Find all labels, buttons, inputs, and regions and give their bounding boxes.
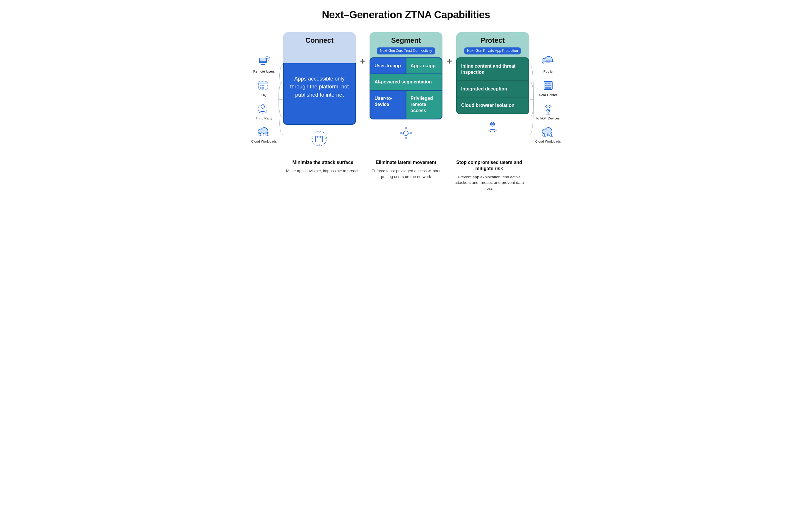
protect-box: Inline content and threat inspection Int… xyxy=(456,57,529,114)
bottom-segment-col: Eliminate lateral movement Enforce least… xyxy=(366,160,446,191)
connect-header: Connect xyxy=(283,32,356,63)
connect-title: Connect xyxy=(286,36,353,44)
iot-icon xyxy=(542,102,555,115)
remote-users-label: Remote Users xyxy=(253,70,275,74)
connect-column: Connect Apps accessible only through the… xyxy=(283,32,356,151)
right-connector-lines xyxy=(529,56,535,144)
svg-rect-43 xyxy=(545,87,551,89)
public-cloud-icon: Public Cloud xyxy=(542,56,555,69)
left-connector xyxy=(277,32,283,144)
svg-text:Datacenter: Datacenter xyxy=(546,83,551,84)
svg-rect-42 xyxy=(545,85,551,86)
third-party-label: Third Party xyxy=(256,117,272,121)
protect-column: Protect Next-Gen Private App Protection … xyxy=(456,32,529,140)
icon-third-party: Third Party xyxy=(256,102,272,121)
segment-box: User-to-app App-to-app AI-powered segmen… xyxy=(369,57,443,119)
icon-public: Public Cloud Public xyxy=(542,56,555,74)
page-title: Next–Generation ZTNA Capabilities xyxy=(251,9,561,20)
svg-point-26 xyxy=(325,138,326,139)
icon-cloud-workloads-left: Cloud Workloads xyxy=(251,126,277,144)
pro-cloud-browser: Cloud browser isolation xyxy=(457,98,528,113)
segment-subtitle: Next-Gen Zero Trust Connectivity xyxy=(377,47,435,55)
segment-bottom-area xyxy=(369,122,443,146)
bottom-connect-col: Minimize the attack surface Make apps in… xyxy=(283,160,363,191)
public-label: Public xyxy=(543,70,553,74)
left-icon-column: Remote Users HQ Third xyxy=(251,32,277,144)
segment-bottom-icon xyxy=(398,125,414,143)
svg-point-30 xyxy=(405,127,407,129)
svg-point-25 xyxy=(312,138,313,139)
icon-remote-users: Remote Users xyxy=(253,56,275,74)
plus-sign-2: + xyxy=(446,56,453,67)
bottom-connect-desc: Make apps invisible, impossible to breac… xyxy=(286,168,360,174)
datacenter-icon: Datacenter xyxy=(542,79,555,92)
pro-row-1: Inline content and threat inspection xyxy=(457,58,528,80)
left-connector-lines xyxy=(277,56,283,144)
bottom-protect-heading: Stop compromised users and mitigate risk xyxy=(452,160,526,172)
svg-point-5 xyxy=(267,58,269,59)
cloud-workloads-left-icon xyxy=(257,126,270,138)
svg-point-19 xyxy=(267,133,268,135)
bottom-connect-heading: Minimize the attack surface xyxy=(286,160,360,166)
bottom-segment-desc: Enforce least-privileged access without … xyxy=(369,168,443,179)
remote-users-icon xyxy=(258,56,271,69)
svg-point-28 xyxy=(400,132,402,134)
bottom-protect-desc: Prevent app exploitation, find active at… xyxy=(452,174,526,191)
icon-iot: IoT/OT Devices xyxy=(536,102,560,121)
seg-user-to-app: User-to-app xyxy=(371,58,406,74)
svg-point-18 xyxy=(263,133,265,135)
svg-point-20 xyxy=(260,133,261,135)
hq-label: HQ xyxy=(261,93,266,97)
network-icon xyxy=(398,125,414,142)
svg-rect-7 xyxy=(259,82,267,84)
hq-icon xyxy=(258,79,271,92)
datacenter-label: Data Center xyxy=(539,93,557,97)
svg-rect-9 xyxy=(262,85,264,86)
connect-bottom-area xyxy=(283,128,356,151)
plus-sign-1: + xyxy=(359,56,366,67)
right-connector xyxy=(529,32,535,144)
svg-rect-37 xyxy=(491,123,494,125)
connect-bottom-icon xyxy=(311,131,328,148)
protect-bottom-icon xyxy=(484,120,501,137)
seg-ai-segmentation: AI-powered segmentation xyxy=(371,74,441,90)
svg-point-27 xyxy=(404,131,408,135)
icon-cloud-workloads-right: Cloud Workloads xyxy=(535,126,561,144)
protect-subtitle: Next-Gen Private App Protection xyxy=(464,47,521,55)
segment-column: Segment Next-Gen Zero Trust Connectivity… xyxy=(369,32,443,146)
iot-label: IoT/OT Devices xyxy=(536,117,560,121)
right-icon-column: Public Cloud Public Datacenter Data Cent… xyxy=(535,32,561,144)
seg-app-to-app: App-to-app xyxy=(406,58,441,74)
svg-rect-8 xyxy=(260,85,261,86)
connect-content: Apps accessible only through the platfor… xyxy=(290,75,349,99)
main-layout: Remote Users HQ Third xyxy=(251,32,561,191)
svg-point-24 xyxy=(319,144,320,146)
protect-bottom-area xyxy=(456,117,529,140)
center-diagram: Connect Apps accessible only through the… xyxy=(283,32,529,191)
svg-point-31 xyxy=(405,137,407,140)
seg-privileged-remote: Privileged remote access xyxy=(406,91,441,118)
svg-point-21 xyxy=(312,131,327,146)
segment-title: Segment xyxy=(373,36,439,44)
svg-point-29 xyxy=(410,132,412,134)
bottom-segment-heading: Eliminate lateral movement xyxy=(369,160,443,166)
svg-rect-10 xyxy=(260,87,261,89)
icon-hq: HQ xyxy=(258,79,271,97)
svg-point-13 xyxy=(261,105,264,108)
pro-row-3: Cloud browser isolation xyxy=(457,98,528,113)
svg-text:Public Cloud: Public Cloud xyxy=(542,60,553,62)
svg-rect-1 xyxy=(259,58,266,61)
protect-title: Protect xyxy=(459,36,526,44)
pro-integrated-deception: Integrated deception xyxy=(457,81,528,97)
icon-datacenter: Datacenter Data Center xyxy=(539,79,557,97)
svg-rect-3 xyxy=(261,64,265,65)
svg-point-54 xyxy=(551,134,552,136)
svg-point-23 xyxy=(319,131,320,133)
seg-user-to-device: User-to-device xyxy=(371,91,406,118)
bottom-protect-col: Stop compromised users and mitigate risk… xyxy=(449,160,529,191)
cloud-workloads-right-icon xyxy=(541,126,554,138)
pro-row-2: Integrated deception xyxy=(457,81,528,97)
svg-point-53 xyxy=(547,134,549,136)
package-icon xyxy=(311,131,328,147)
cloud-workloads-left-label: Cloud Workloads xyxy=(251,140,277,144)
